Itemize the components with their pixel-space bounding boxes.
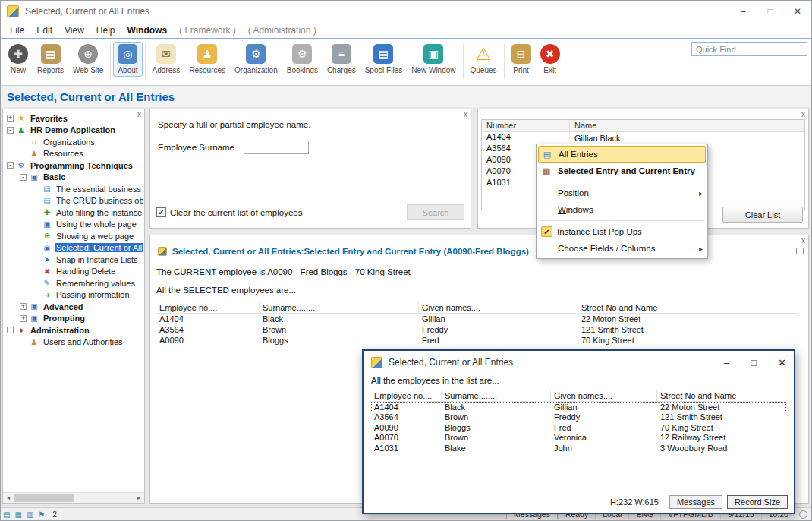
- search-button[interactable]: Search: [407, 204, 464, 220]
- tree-item-basic[interactable]: -▣Basic: [4, 172, 143, 184]
- column-header-surname[interactable]: Surname........: [442, 390, 551, 401]
- tree-item-using-the-whole-page[interactable]: ▣Using the whole page: [4, 219, 143, 231]
- toolbar-button-queues[interactable]: ⚠Queues: [466, 42, 502, 77]
- panel-close-icon[interactable]: x: [464, 110, 467, 118]
- tree-item-snap-in-instance-lists[interactable]: ➤Snap in Instance Lists: [4, 254, 143, 266]
- toolbar-button-bookings[interactable]: ⚙Bookings: [282, 42, 323, 77]
- tree-item-administration[interactable]: -♦Administration: [4, 324, 143, 336]
- menu-item-instance-list-pop-ups[interactable]: ✔Instance List Pop Ups: [537, 223, 707, 240]
- clear-list-checkbox[interactable]: ✔: [156, 207, 166, 217]
- toolbar-button-exit[interactable]: ✖Exit: [536, 42, 565, 77]
- clear-list-button[interactable]: Clear List: [722, 207, 803, 223]
- table-row[interactable]: A1404BlackGillian22 Moton Street: [156, 314, 798, 324]
- toolbar-button-address[interactable]: ✉Address: [148, 42, 185, 77]
- tree-item-programming-techniques[interactable]: -⚙Programming Techniques: [4, 159, 143, 172]
- tree-item-favorites[interactable]: +★Favorites: [4, 112, 143, 125]
- scrollbar-track[interactable]: [14, 493, 134, 503]
- expand-icon[interactable]: +: [7, 115, 14, 122]
- expand-icon[interactable]: +: [20, 315, 27, 322]
- toolbar-button-resources[interactable]: ♟Resources: [184, 42, 230, 77]
- menu-item-position[interactable]: Position▸: [537, 185, 707, 201]
- menu-item-windows[interactable]: Windows: [537, 201, 707, 218]
- tree-item-the-crud-business-obje[interactable]: ▤The CRUD business obje: [4, 195, 143, 207]
- collapse-icon[interactable]: -: [7, 162, 14, 169]
- maximize-button[interactable]: □: [757, 1, 784, 22]
- cell: 12 Railway Street: [657, 433, 786, 442]
- collapse-icon[interactable]: -: [7, 127, 14, 134]
- scrollbar-thumb[interactable]: [14, 494, 74, 502]
- tree-item-resources[interactable]: ♟Resources: [4, 148, 143, 160]
- tree-item-handling-delete[interactable]: ✖Handling Delete: [4, 266, 143, 278]
- popup-close-button[interactable]: ✕: [778, 357, 786, 368]
- tree-item-hr-demo-application[interactable]: -♟HR Demo Application: [4, 125, 143, 137]
- tree-item-organizations[interactable]: ⌂Organizations: [4, 136, 143, 148]
- tree-item-selected-current-or-all-i[interactable]: ◉Selected, Current or All I: [4, 242, 143, 254]
- list-row[interactable]: A1404Gillian Black: [482, 132, 804, 144]
- table-row[interactable]: A0070BrownVeronica12 Railway Street: [371, 433, 786, 444]
- toolbar-button-web-site[interactable]: ⊕Web Site: [68, 42, 108, 77]
- expand-icon[interactable]: +: [20, 303, 27, 310]
- minimize-button[interactable]: –: [729, 1, 757, 22]
- menu-item-windows[interactable]: Windows: [121, 25, 174, 36]
- table-row[interactable]: A3564BrownFreddy121 Smith Street: [156, 324, 798, 335]
- tree-item-showing-a-web-page[interactable]: ⊕Showing a web page: [4, 230, 143, 242]
- messages-button[interactable]: Messages: [669, 495, 722, 509]
- table-row[interactable]: A0090BloggsFred70 King Street: [371, 422, 786, 433]
- menu-item-choose-fields-columns[interactable]: Choose Fields / Columns▸: [537, 240, 707, 257]
- cell: Black: [442, 403, 551, 412]
- close-button[interactable]: ✕: [784, 1, 811, 22]
- popup-maximize-button[interactable]: □: [751, 357, 757, 368]
- menu-item-selected-entry-and-current-entry[interactable]: ▥Selected Entry and Current Entry: [537, 163, 707, 179]
- tree-item-the-essential-business-o[interactable]: ▤The essential business o: [4, 183, 143, 195]
- toolbar-button-charges[interactable]: ≡Charges: [323, 42, 360, 77]
- column-header-number[interactable]: Number: [482, 120, 570, 131]
- quick-find-input[interactable]: [691, 42, 807, 56]
- toolbar-button-spool-files[interactable]: ▤Spool Files: [360, 42, 407, 77]
- column-header-surname[interactable]: Surname........: [260, 302, 419, 313]
- menu-item-administration[interactable]: ( Administration ): [242, 25, 323, 36]
- tree-item-advanced[interactable]: +▣Advanced: [4, 301, 143, 313]
- menu-item-file[interactable]: File: [4, 25, 30, 36]
- tree-item-auto-filling-the-instance-l[interactable]: ✚Auto filling the instance l: [4, 207, 143, 219]
- menu-item-all-entries[interactable]: ▤All Entries: [538, 146, 706, 163]
- tree-item-passing-information[interactable]: ➜Passing information: [4, 289, 143, 302]
- column-header-given-names[interactable]: Given names....: [551, 390, 657, 401]
- menu-item-edit[interactable]: Edit: [30, 25, 58, 36]
- column-header-street-no-and-name[interactable]: Street No and Name: [657, 390, 786, 401]
- panel-restore-icon[interactable]: [796, 248, 804, 254]
- popup-table: Employee no....Surname........Given name…: [371, 390, 786, 453]
- scroll-right-icon[interactable]: ▸: [134, 493, 144, 504]
- tree-item-remembering-values[interactable]: ✎Remembering values: [4, 277, 143, 289]
- collapse-icon[interactable]: -: [20, 174, 27, 181]
- toolbar-button-about[interactable]: ◎About: [113, 42, 142, 77]
- table-row[interactable]: A0090BloggsFred70 King Street: [156, 335, 798, 346]
- toolbar-button-print[interactable]: ⊟Print: [507, 42, 536, 77]
- menu-item-framework[interactable]: ( Framework ): [173, 25, 242, 36]
- table-row[interactable]: A3564BrownFreddy121 Smith Street: [371, 412, 786, 423]
- menu-item-help[interactable]: Help: [90, 25, 121, 36]
- toolbar-button-organization[interactable]: ⚙Organization: [230, 42, 282, 77]
- table-row[interactable]: A1031BlakeJohn3 Woodbury Road: [371, 443, 786, 453]
- popup-minimize-button[interactable]: –: [724, 357, 729, 368]
- popup-footer: H:232 W:615 Messages Record Size: [610, 495, 788, 509]
- panel-close-icon[interactable]: x: [801, 110, 805, 118]
- scroll-left-icon[interactable]: ◂: [3, 493, 14, 504]
- toolbar-button-new-window[interactable]: ▣New Window: [407, 42, 460, 77]
- tree-item-users-and-authorities[interactable]: ♟Users and Authorities: [4, 336, 143, 349]
- toolbar-button-reports[interactable]: ▤Reports: [33, 42, 68, 77]
- record-size-button[interactable]: Record Size: [727, 495, 788, 509]
- surname-input[interactable]: [244, 141, 309, 154]
- horizontal-scrollbar[interactable]: ◂ ▸: [3, 492, 144, 503]
- tree-item-prompting[interactable]: +▣Prompting: [4, 313, 143, 325]
- column-header-employee-no[interactable]: Employee no....: [371, 390, 442, 401]
- column-header-employee-no[interactable]: Employee no....: [156, 302, 260, 313]
- tree-item-label: Selected, Current or All I: [55, 243, 143, 252]
- table-row[interactable]: A1404BlackGillian22 Moton Street: [371, 402, 786, 412]
- menu-item-view[interactable]: View: [58, 25, 90, 36]
- toolbar-button-new[interactable]: ✚New: [4, 42, 33, 77]
- panel-close-icon[interactable]: x: [801, 236, 805, 245]
- column-header-street-no-and-name[interactable]: Street No and Name: [578, 302, 798, 313]
- column-header-given-names[interactable]: Given names....: [419, 302, 578, 313]
- column-header-name[interactable]: Name: [570, 120, 804, 131]
- collapse-icon[interactable]: -: [7, 327, 14, 333]
